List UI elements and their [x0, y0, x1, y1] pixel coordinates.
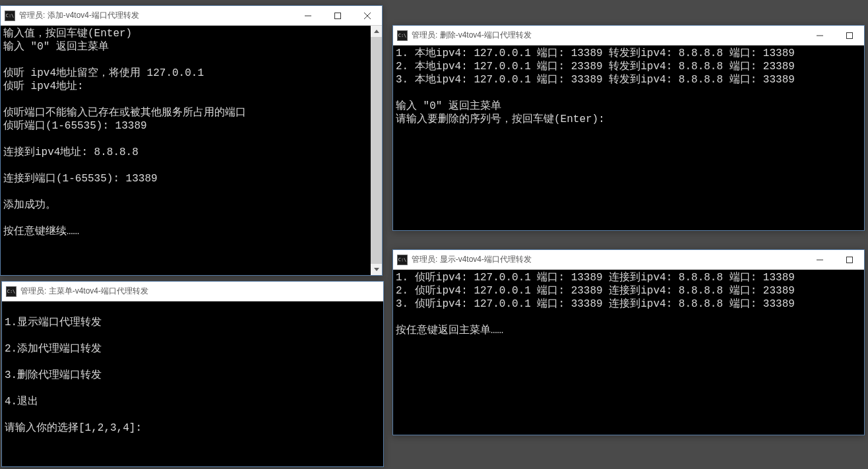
window-controls — [293, 6, 382, 25]
scroll-up-icon[interactable] — [371, 26, 382, 37]
cmd-icon: C:\ — [6, 286, 16, 297]
console-window-menu: C:\ 管理员: 主菜单-v4tov4-端口代理转发 1.显示端口代理转发 2.… — [1, 281, 384, 467]
title-bar[interactable]: C:\ 管理员: 主菜单-v4tov4-端口代理转发 — [2, 282, 383, 301]
window-controls — [805, 26, 864, 45]
cmd-icon: C:\ — [397, 255, 408, 265]
window-title: 管理员: 主菜单-v4tov4-端口代理转发 — [20, 286, 383, 297]
console-output[interactable]: 输入值，按回车键(Enter) 输入 "0" 返回主菜单 侦听 ipv4地址留空… — [1, 26, 371, 275]
window-title: 管理员: 删除-v4tov4-端口代理转发 — [412, 30, 805, 41]
close-button[interactable] — [352, 6, 382, 25]
svg-rect-5 — [846, 32, 852, 38]
console-output[interactable]: 1.显示端口代理转发 2.添加代理端口转发 3.删除代理端口转发 4.退出 请输… — [2, 301, 383, 466]
maximize-button[interactable] — [834, 250, 864, 269]
scroll-down-icon[interactable] — [371, 264, 382, 275]
cmd-icon: C:\ — [397, 30, 408, 41]
window-title: 管理员: 添加-v4tov4-端口代理转发 — [19, 10, 293, 21]
minimize-button[interactable] — [805, 250, 834, 269]
console-output[interactable]: 1. 本地ipv4: 127.0.0.1 端口: 13389 转发到ipv4: … — [393, 46, 864, 230]
window-title: 管理员: 显示-v4tov4-端口代理转发 — [412, 254, 805, 265]
cmd-icon: C:\ — [5, 11, 15, 21]
title-bar[interactable]: C:\ 管理员: 显示-v4tov4-端口代理转发 — [393, 250, 864, 270]
maximize-button[interactable] — [834, 26, 864, 45]
console-output[interactable]: 1. 侦听ipv4: 127.0.0.1 端口: 13389 连接到ipv4: … — [393, 270, 864, 435]
maximize-button[interactable] — [323, 6, 352, 25]
window-controls — [805, 250, 864, 269]
title-bar[interactable]: C:\ 管理员: 添加-v4tov4-端口代理转发 — [1, 6, 382, 26]
minimize-button[interactable] — [805, 26, 834, 45]
console-window-show: C:\ 管理员: 显示-v4tov4-端口代理转发 1. 侦听ipv4: 127… — [392, 249, 865, 435]
scrollbar-thumb[interactable] — [371, 37, 382, 264]
scrollbar[interactable] — [371, 26, 382, 275]
title-bar[interactable]: C:\ 管理员: 删除-v4tov4-端口代理转发 — [393, 26, 864, 46]
console-window-delete: C:\ 管理员: 删除-v4tov4-端口代理转发 1. 本地ipv4: 127… — [392, 25, 865, 231]
svg-rect-1 — [334, 13, 340, 18]
console-window-add: C:\ 管理员: 添加-v4tov4-端口代理转发 输入值，按回车键(Enter… — [0, 5, 383, 276]
minimize-button[interactable] — [293, 6, 323, 25]
svg-rect-7 — [846, 257, 852, 263]
